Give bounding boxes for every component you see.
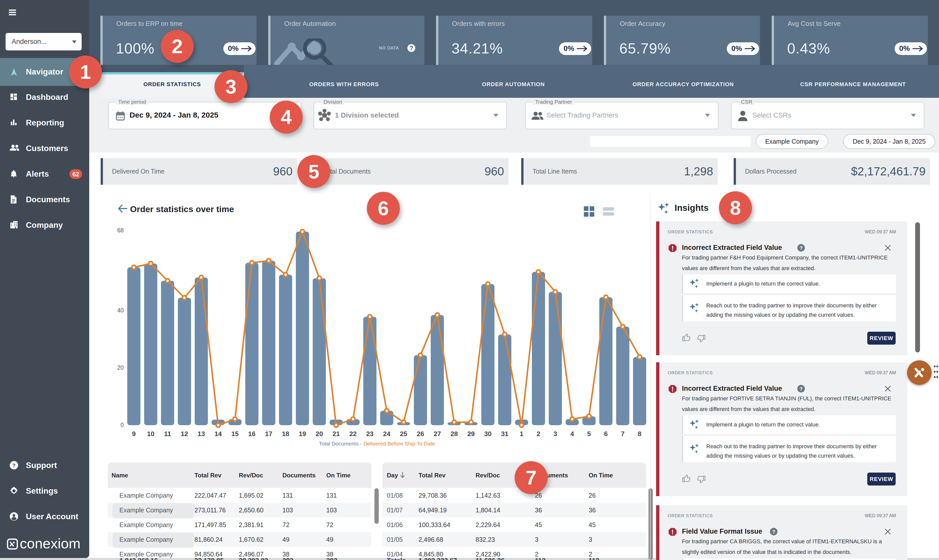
svg-text:9: 9 (132, 430, 135, 438)
svg-text:4: 4 (570, 430, 574, 438)
svg-text:3: 3 (553, 430, 557, 438)
svg-text:6: 6 (604, 430, 608, 438)
svg-text:20: 20 (117, 365, 124, 371)
svg-text:17: 17 (265, 430, 272, 438)
svg-text:21: 21 (332, 430, 340, 438)
svg-text:0: 0 (120, 422, 124, 428)
svg-text:Total Documents: Total Documents (319, 441, 359, 446)
svg-text:8: 8 (638, 430, 641, 438)
svg-text:5: 5 (587, 430, 591, 438)
svg-text:16: 16 (248, 430, 256, 438)
svg-text:30: 30 (484, 430, 491, 438)
svg-text:25: 25 (400, 430, 407, 438)
svg-text:15: 15 (231, 430, 239, 438)
svg-text:23: 23 (366, 430, 374, 438)
svg-text:31: 31 (501, 430, 508, 438)
svg-text:11: 11 (164, 430, 171, 438)
svg-text:?: ? (12, 462, 16, 468)
svg-text:29: 29 (468, 430, 475, 438)
svg-text:20: 20 (316, 430, 323, 438)
svg-text:7: 7 (621, 430, 624, 438)
svg-text:26: 26 (417, 430, 424, 438)
svg-text:18: 18 (282, 430, 289, 438)
svg-text:27: 27 (434, 430, 441, 438)
svg-text:10: 10 (147, 430, 154, 438)
svg-text:Delivered Before Ship To Date: Delivered Before Ship To Date (363, 441, 435, 446)
svg-text:24: 24 (383, 430, 390, 438)
svg-text:13: 13 (198, 430, 205, 438)
svg-text:2: 2 (537, 430, 540, 438)
svg-text:22: 22 (349, 430, 357, 438)
svg-text:12: 12 (181, 430, 188, 438)
svg-text:19: 19 (299, 430, 306, 438)
svg-text:14: 14 (214, 430, 222, 438)
svg-text:1: 1 (520, 430, 523, 438)
svg-text:28: 28 (451, 430, 458, 438)
svg-text:-: - (360, 441, 362, 446)
svg-text:40: 40 (117, 307, 124, 314)
svg-text:68: 68 (117, 227, 124, 234)
